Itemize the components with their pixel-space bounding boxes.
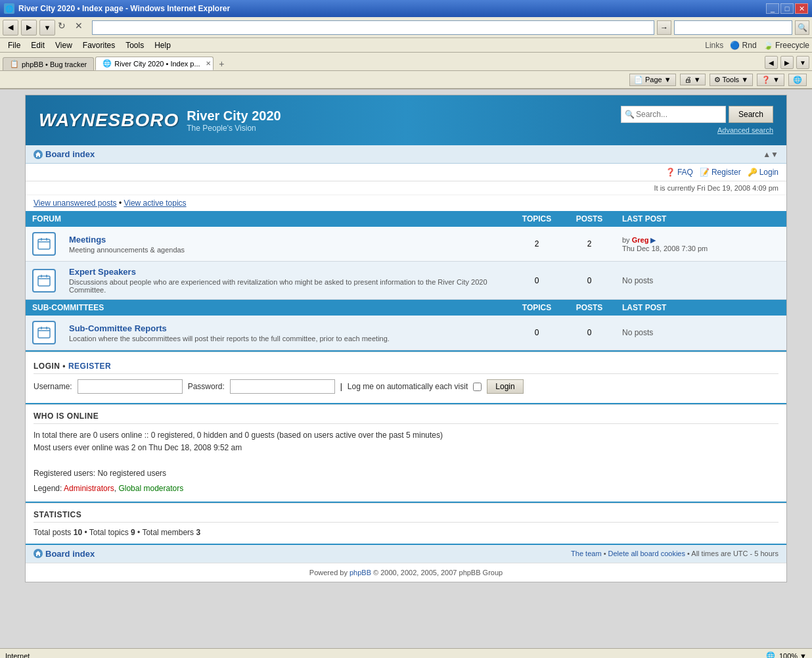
subreports-forum-icon <box>32 321 56 344</box>
footer-copyright: © 2000, 2002, 2005, 2007 phpBB Group <box>373 569 503 576</box>
login-button[interactable]: Login <box>487 379 523 394</box>
action-bar: ❓ FAQ 📝 Register 🔑 Login <box>26 164 786 181</box>
browser-statusbar: Internet 🌐 100% ▼ <box>0 648 812 658</box>
sub-lastpost-col-header: LAST POST <box>616 300 786 316</box>
online-section-title: WHO IS ONLINE <box>34 411 778 424</box>
minimize-button[interactable]: _ <box>766 3 779 14</box>
svg-rect-9 <box>38 328 50 338</box>
menu-file[interactable]: File <box>3 39 26 51</box>
forum-table: FORUM TOPICS POSTS LAST POST <box>26 211 786 350</box>
login-section: LOGIN • REGISTER Username: Password: | L… <box>26 352 786 403</box>
login-link[interactable]: 🔑 Login <box>748 168 778 177</box>
help-button[interactable]: ❓ ▼ <box>757 74 784 86</box>
browser-search-button[interactable]: 🔍 <box>795 20 809 35</box>
time-bar: It is currently Fri Dec 19, 2008 4:09 pm <box>26 181 786 195</box>
tab-more[interactable]: ▼ <box>796 56 809 69</box>
autologin-checkbox[interactable] <box>473 383 482 391</box>
phpbb-link[interactable]: phpBB <box>350 569 371 576</box>
print-button[interactable]: 🖨 ▼ <box>680 74 706 85</box>
meetings-lastpost-cell: by Greg ▶ Thu Dec 18, 2008 7:30 pm <box>616 227 786 262</box>
advanced-search-link[interactable]: Advanced search <box>717 126 773 135</box>
forum-search-area: 🔍 Search Advanced search <box>621 106 773 135</box>
bottom-breadcrumb: Board index <box>34 549 95 559</box>
board-index-link[interactable]: Board index <box>45 149 95 159</box>
tab-scroll-left[interactable]: ◀ <box>765 56 778 69</box>
meetings-posts-cell: 2 <box>563 227 616 262</box>
lastpost-col-header: LAST POST <box>616 211 786 227</box>
search-button[interactable]: Search <box>729 106 773 123</box>
experts-lastpost-cell: No posts <box>616 262 786 300</box>
zoom-level: 100% ▼ <box>779 652 807 659</box>
window-controls[interactable]: _ □ ✕ <box>766 3 808 14</box>
meetings-lastpost-user[interactable]: Greg <box>632 236 649 244</box>
bottom-board-index-link[interactable]: Board index <box>45 549 95 559</box>
login-section-title: LOGIN • REGISTER <box>34 362 778 374</box>
svg-marker-13 <box>35 551 41 556</box>
tab-phpbb[interactable]: 📋 phpBB • Bug tracker <box>3 57 94 70</box>
menu-view[interactable]: View <box>50 39 78 51</box>
tab-close-icon[interactable]: ✕ <box>206 60 211 67</box>
meetings-topics-cell: 2 <box>510 227 563 262</box>
view-links-bar: View unanswered posts • View active topi… <box>26 195 786 211</box>
experts-posts-cell: 0 <box>563 262 616 300</box>
subreports-desc: Location where the subcommittees will po… <box>69 335 504 342</box>
experts-forum-link[interactable]: Expert Speakers <box>69 267 136 277</box>
page-button[interactable]: 📄 Page ▼ <box>629 74 676 86</box>
forward-button[interactable]: ▶ <box>21 20 37 35</box>
view-active-link[interactable]: View active topics <box>124 199 186 208</box>
meetings-forum-icon <box>32 232 56 256</box>
collapse-icon[interactable]: ▲▼ <box>763 150 778 159</box>
tools-button[interactable]: ⚙ Tools ▼ <box>710 74 753 86</box>
register-section-link[interactable]: REGISTER <box>68 362 111 371</box>
rnd-link[interactable]: 🔵 Rnd <box>730 41 756 50</box>
faq-link[interactable]: ❓ FAQ <box>665 168 693 177</box>
new-tab-button[interactable]: + <box>215 57 228 70</box>
site-title: River City 2020 <box>187 108 281 124</box>
sub-topics-col-header: TOPICS <box>510 300 563 316</box>
meetings-lastpost-arrow[interactable]: ▶ <box>650 236 656 244</box>
tab-rivercity[interactable]: 🌐 River City 2020 • Index p... ✕ <box>95 57 214 70</box>
register-link[interactable]: 📝 Register <box>700 168 741 177</box>
dropdown-button[interactable]: ▼ <box>39 20 55 35</box>
close-button[interactable]: ✕ <box>795 3 808 14</box>
menu-tools[interactable]: Tools <box>120 39 149 51</box>
autologin-label: Log me on automatically each visit <box>348 382 468 391</box>
register-icon: 📝 <box>700 168 710 177</box>
browser-titlebar: 🌐 River City 2020 • Index page - Windows… <box>0 0 812 17</box>
total-posts: 10 <box>74 528 82 537</box>
subreports-forum-link[interactable]: Sub-Committee Reports <box>69 323 167 333</box>
go-button[interactable]: → <box>657 20 671 35</box>
subcommittees-header-row: SUB-COMMITTEES TOPICS POSTS LAST POST <box>26 300 786 316</box>
tab-phpbb-label: phpBB • Bug tracker <box>22 60 87 68</box>
password-input[interactable] <box>230 379 335 394</box>
back-button[interactable]: ◀ <box>3 20 18 35</box>
forum-row-expert-speakers: Expert Speakers Discussions about people… <box>26 262 786 300</box>
freecycle-link[interactable]: 🍃 Freecycle <box>763 41 809 50</box>
view-unanswered-link[interactable]: View unanswered posts <box>34 199 117 208</box>
the-team-link[interactable]: The team <box>571 550 601 557</box>
stats-text: Total posts 10 • Total topics 9 • Total … <box>34 528 778 537</box>
meetings-forum-link[interactable]: Meetings <box>69 235 106 245</box>
online-line1: In total there are 0 users online :: 0 r… <box>34 429 778 442</box>
maximize-button[interactable]: □ <box>780 3 794 14</box>
browser-navigation-toolbar: ◀ ▶ ▼ ↻ ✕ → 🔍 <box>0 17 812 38</box>
subreports-topics-cell: 0 <box>510 316 563 350</box>
menu-favorites[interactable]: Favorites <box>78 39 120 51</box>
stats-section-title: STATISTICS <box>34 510 778 523</box>
delete-cookies-link[interactable]: Delete all board cookies <box>608 550 685 557</box>
menu-help[interactable]: Help <box>149 39 176 51</box>
tab-scroll-right[interactable]: ▶ <box>780 56 794 69</box>
refresh-button[interactable]: ↻ <box>58 20 72 35</box>
search-input[interactable] <box>621 106 726 123</box>
timezone-text: All times are UTC - 5 hours <box>691 550 778 557</box>
meetings-info-cell: Meetings Meeting announcements & agendas <box>62 227 510 262</box>
search-icon: 🔍 <box>625 110 635 119</box>
username-input[interactable] <box>78 379 183 394</box>
address-bar[interactable] <box>92 20 654 35</box>
extras-button[interactable]: 🌐 <box>788 74 807 86</box>
stop-button[interactable]: ✕ <box>75 20 89 35</box>
login-form: Username: Password: | Log me on automati… <box>34 379 778 394</box>
browser-search-input[interactable] <box>674 20 792 35</box>
posts-col-header: POSTS <box>563 211 616 227</box>
menu-edit[interactable]: Edit <box>26 39 50 51</box>
